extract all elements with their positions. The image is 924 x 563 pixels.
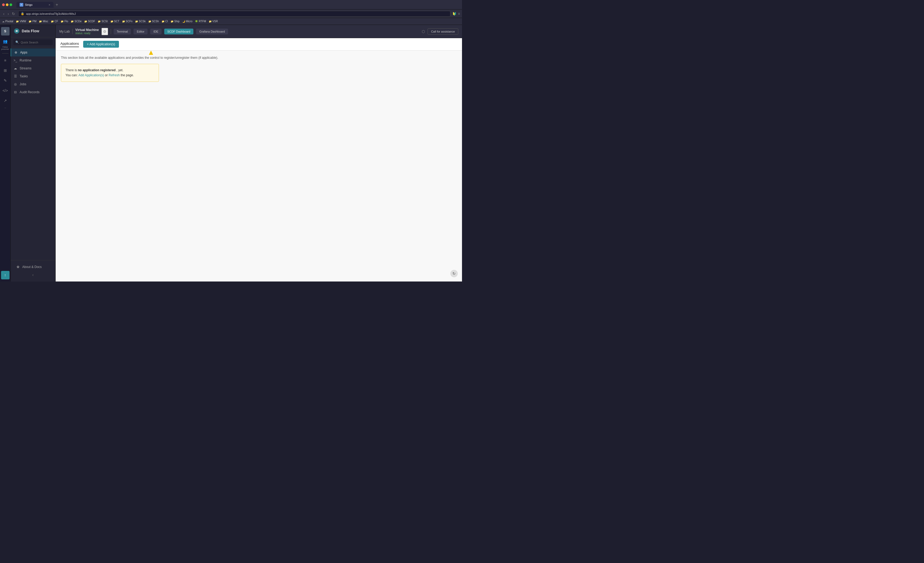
micro-icon: 🌙 [182,20,185,23]
scdf-dashboard-button[interactable]: SCDF Dashboard [164,28,194,34]
more-dots: ··· [4,106,6,109]
upload-icon[interactable]: ↑ [1,271,9,279]
bookmark-cf[interactable]: 📁 CF [51,20,58,23]
grafana-dashboard-button[interactable]: Grafana Dashboard [196,28,228,34]
sidebar-item-jobs[interactable]: ◎ Jobs [10,80,56,88]
bookmark-label: Misc [43,20,48,23]
address-bar[interactable]: 🔒 app.strigo.io/event/oaTfg3cAkbicrWtxJ [18,11,450,17]
refresh-corner-button[interactable]: ↻ [450,270,458,277]
close-window-button[interactable] [2,3,5,6]
bookmark-sct[interactable]: 📁 SCT [111,20,120,23]
bookmark-misc[interactable]: 📁 Misc [39,20,48,23]
bookmark-vsr[interactable]: 📁 VSR [209,20,218,23]
bookmark-pivotal[interactable]: ☁ Pivotal [2,20,13,23]
bookmark-label: Ship [174,20,180,23]
folder-icon: 📁 [148,20,151,23]
code-icon[interactable]: </> [1,86,9,95]
sidebar-item-audit-records[interactable]: ⊟ Audit Records [10,88,56,96]
sidebar-item-streams-label: Streams [20,66,32,70]
bookmark-label: SCT [114,20,120,23]
bookmark-scdf[interactable]: 📁 SCDF [84,20,95,23]
active-tab[interactable]: S Strigo × [16,2,54,7]
bookmark-scfn[interactable]: 📁 SCFn [122,20,133,23]
sidebar-item-tasks-label: Tasks [20,75,28,78]
refresh-link[interactable]: Refresh [109,73,120,77]
folder-icon: 📁 [111,20,113,23]
arrow-icon[interactable]: ↗ [1,96,9,105]
folder-icon: 📁 [51,20,54,23]
folder-icon: 📁 [28,20,32,23]
external-link-button[interactable]: ⬡ [422,29,425,34]
bookmark-label: VSR [213,20,218,23]
sidebar-item-audit-records-label: Audit Records [20,90,39,94]
avatar-icon[interactable]: S [1,27,9,36]
menu-icon[interactable]: ≡ [1,56,9,64]
address-row: ‹ › ↻ 🔒 app.strigo.io/event/oaTfg3cAkbic… [0,9,462,18]
vm-name: Virtual Machine [75,28,99,32]
browser-tabs: S Strigo × + [16,2,59,7]
tasks-icon: ☰ [13,74,18,78]
folder-icon: 📁 [135,20,138,23]
notice-bold-text: no application registered [78,68,116,72]
bookmark-pm[interactable]: 📁 PM [28,20,36,23]
bookmark-flo[interactable]: 📁 Flo [61,20,68,23]
bookmark-scst[interactable]: 📁 SCSt [98,20,108,23]
grid-icon[interactable]: ⊞ [1,66,9,75]
forward-button[interactable]: › [7,11,10,16]
add-application-button[interactable]: + Add Application(s) [83,41,118,48]
call-for-assistance-button[interactable]: Call for assistance [428,28,458,35]
editor-button[interactable]: Editor [134,28,147,34]
search-input[interactable] [21,41,57,44]
back-button[interactable]: ‹ [2,11,6,16]
bookmark-scsh[interactable]: 📁 SCSh [148,20,159,23]
bookmark-ci[interactable]: 📁 CI [162,20,168,23]
sidebar-logo-icon [14,28,20,34]
sidebar-item-streams[interactable]: ☁ Streams [10,64,56,72]
sidebar: Data Flow 🔍 ⊛ Apps >_ Runtime ☁ Streams … [10,25,56,282]
sidebar-item-runtime[interactable]: >_ Runtime [10,56,56,64]
folder-icon: 📁 [16,20,19,23]
sidebar-item-about[interactable]: ✿ About & Docs [13,263,53,271]
add-application-link[interactable]: Add Application(s) [78,73,104,77]
page-description: This section lists all the available app… [61,56,457,60]
icon-rail: S 👥 Follow presenter ≡ ⊞ ✎ </> ↗ ··· ↑ [0,25,10,282]
vm-info: Virtual Machine status: ready [75,28,99,35]
settings-gear-button[interactable]: ⚙ [102,28,108,35]
bookmark-ship[interactable]: 📁 Ship [171,20,180,23]
bookmark-scsk[interactable]: 📁 SCSk [135,20,146,23]
folder-icon: 📁 [209,20,212,23]
sidebar-item-tasks[interactable]: ☰ Tasks [10,72,56,80]
bookmark-micro[interactable]: 🌙 Micro [182,20,192,23]
bookmark-scde[interactable]: 📁 SCDe [71,20,82,23]
maximize-window-button[interactable] [9,3,12,6]
minimize-window-button[interactable] [6,3,9,6]
search-box[interactable]: 🔍 [13,39,53,45]
terminal-button[interactable]: Terminal [114,28,131,34]
toolbar: My Lab Virtual Machine status: ready ⚙ T… [56,25,462,38]
extensions-button[interactable]: 🔰 [453,12,456,16]
pivotal-icon: ☁ [2,20,4,23]
folder-icon: 📁 [61,20,64,23]
reload-button[interactable]: ↻ [11,11,16,16]
ide-button[interactable]: IDE [150,28,161,34]
rail-separator-1 [2,53,9,54]
bookmark-label: CI [165,20,168,23]
bookmark-label: SCSh [152,20,159,23]
follow-presenter-icon[interactable]: 👥 [1,37,9,46]
page-header: Applications + Add Application(s) [56,38,462,51]
sidebar-toggle-button[interactable]: ‹ [13,271,53,279]
bookmark-vmw[interactable]: 📁 VMW [16,20,26,23]
tab-applications[interactable]: Applications [60,42,79,47]
bookmark-label: CF [55,20,58,23]
browser-actions: 🔰 ≡ [453,12,460,16]
bookmark-rtfm[interactable]: 🍀 RTFM [195,20,206,23]
tab-close-button[interactable]: × [49,3,50,6]
sidebar-item-apps[interactable]: ⊛ Apps [10,48,56,56]
notice-action-suffix: the page. [120,73,134,77]
new-tab-button[interactable]: + [55,2,59,7]
toggle-chevron-icon: ‹ [32,273,34,277]
notice-action-prefix: You can: [65,73,78,77]
notice-prefix: There is [65,68,78,72]
edit-icon[interactable]: ✎ [1,76,9,85]
profile-button[interactable]: ≡ [458,12,460,16]
